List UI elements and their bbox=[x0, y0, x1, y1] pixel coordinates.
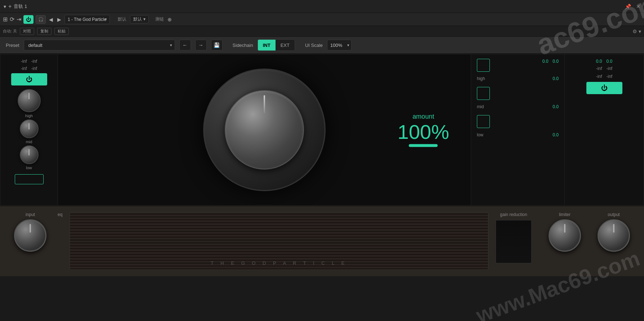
grid-icon[interactable]: ⊞ bbox=[3, 16, 8, 23]
paste-button[interactable]: 粘贴 bbox=[54, 28, 69, 35]
output-label: output bbox=[608, 212, 620, 217]
eq-top-numbers: 0.0 0.0 bbox=[542, 59, 559, 72]
low-knob[interactable] bbox=[20, 145, 39, 164]
window-title-bar: ▾ + 音轨 1 📌 ✕ bbox=[0, 0, 644, 13]
eq-high-bracket bbox=[477, 87, 490, 100]
eq-power-button[interactable]: ⏻ bbox=[11, 73, 47, 85]
preset-forward-button[interactable]: → bbox=[195, 40, 207, 50]
eq-label: eq bbox=[58, 212, 62, 217]
int-button[interactable]: INT bbox=[258, 40, 276, 50]
ui-scale-label: UI Scale bbox=[305, 43, 323, 48]
monitor-button[interactable]: 🎧 bbox=[36, 15, 46, 24]
center-main-area: amount 100% bbox=[58, 54, 471, 205]
eq-high-value: 0.0 bbox=[548, 76, 559, 81]
save-icon: 💾 bbox=[214, 42, 220, 48]
eq-low-row: low 0.0 bbox=[477, 132, 559, 137]
output-power-icon: ⏻ bbox=[601, 84, 608, 92]
input-level-left-mid: -inf bbox=[21, 66, 27, 71]
power-button[interactable]: ⏻ bbox=[23, 15, 33, 24]
limiter-knob[interactable] bbox=[549, 219, 581, 252]
eq-high-row: high 0.0 bbox=[477, 76, 559, 81]
eq-top-values: 0.0 0.0 bbox=[477, 59, 559, 72]
brand-text: T H E G O D P A R T I C L E bbox=[211, 260, 347, 266]
left-input-strip: -inf -inf -inf -inf ⏻ high mid low bbox=[0, 54, 58, 205]
preset-wrapper: default ▾ bbox=[24, 40, 175, 50]
eq-band-selector[interactable] bbox=[15, 174, 44, 184]
back-btn[interactable]: ◀ bbox=[48, 17, 54, 22]
right-eq-panel: 0.0 0.0 high 0.0 mid 0.0 low 0.0 bbox=[471, 54, 564, 205]
high-knob-label: high bbox=[25, 114, 33, 118]
add-icon[interactable]: + bbox=[8, 3, 12, 10]
ext-button[interactable]: EXT bbox=[276, 40, 295, 50]
output-level-2: 0.0 bbox=[607, 59, 613, 64]
output-meter-left: -inf bbox=[596, 66, 602, 71]
mid-knob-label: mid bbox=[26, 140, 32, 144]
auto-status-label: 自动: 关 bbox=[3, 28, 17, 34]
output-knob-section: output bbox=[592, 212, 635, 252]
output-meter-left2: -inf bbox=[596, 74, 602, 79]
gain-reduction-meter bbox=[496, 220, 532, 263]
compare-button[interactable]: 对照 bbox=[20, 28, 34, 35]
input-level-right-mid: -inf bbox=[31, 66, 37, 71]
eq-mid-label: mid bbox=[477, 104, 488, 109]
mid-knob-container: mid bbox=[20, 119, 39, 144]
eq-mid-bracket bbox=[477, 115, 490, 128]
gain-reduction-section: gain reduction bbox=[496, 212, 532, 263]
preset-back-button[interactable]: ← bbox=[179, 40, 191, 50]
input-knob-section: input bbox=[9, 212, 52, 252]
save-preset-button[interactable]: 💾 bbox=[211, 40, 223, 50]
close-icon[interactable]: ✕ bbox=[636, 4, 640, 9]
forward-btn[interactable]: ▶ bbox=[56, 17, 62, 22]
input-meter-top: -inf -inf bbox=[21, 59, 37, 64]
bottom-section: input eq T H E G O D P A R T I C L E gai… bbox=[0, 206, 644, 276]
default-dropdown[interactable]: 默认▾ bbox=[130, 15, 149, 23]
eq-bracket-top bbox=[477, 59, 490, 72]
low-knob-label: low bbox=[26, 166, 32, 170]
eq-mid-value: 0.0 bbox=[548, 104, 559, 109]
amount-bar bbox=[409, 144, 438, 147]
input-knob[interactable] bbox=[14, 219, 46, 252]
track-name-wrapper: 1 - The God Particle ▾ bbox=[64, 15, 110, 24]
pin-icon[interactable]: 📌 bbox=[625, 4, 631, 9]
back-arrow-icon: ← bbox=[183, 42, 188, 48]
output-power-button[interactable]: ⏻ bbox=[586, 82, 622, 94]
eq-mid-row: mid 0.0 bbox=[477, 104, 559, 109]
plugin-body: -inf -inf -inf -inf ⏻ high mid low amou bbox=[0, 54, 644, 206]
output-knob[interactable] bbox=[598, 219, 630, 252]
dropdown-icon[interactable]: ▾ bbox=[4, 4, 6, 9]
ui-scale-wrapper: 100% 125% 150% ▾ bbox=[327, 40, 352, 50]
speaker-grille: T H E G O D P A R T I C L E bbox=[70, 212, 488, 270]
main-amount-knob[interactable] bbox=[225, 90, 304, 170]
output-meter-row3: -inf -inf bbox=[596, 74, 612, 79]
default-label: 默认 bbox=[118, 16, 126, 22]
output-meter-row1: 0.0 0.0 bbox=[596, 59, 612, 64]
input-meter-mid: -inf -inf bbox=[21, 66, 37, 71]
power-icon: ⏻ bbox=[26, 76, 32, 83]
copy-button[interactable]: 复制 bbox=[37, 28, 52, 35]
limiter-knob-section: limiter bbox=[543, 212, 586, 252]
preset-select[interactable]: default bbox=[24, 40, 175, 50]
high-knob[interactable] bbox=[18, 89, 41, 112]
low-knob-container: low bbox=[20, 145, 39, 170]
main-knob-outer bbox=[203, 69, 326, 191]
amount-display: amount 100% bbox=[398, 113, 449, 147]
record-icon[interactable]: ⟳ bbox=[10, 16, 14, 23]
input-level-right-top: -inf bbox=[31, 59, 37, 64]
gain-reduction-label: gain reduction bbox=[500, 212, 527, 217]
sidechain-mode-group: INT EXT bbox=[258, 39, 295, 51]
limiter-label: limiter bbox=[559, 212, 571, 217]
settings-icon[interactable]: ⚙ ▾ bbox=[632, 28, 641, 34]
test-chain-icon[interactable]: ⊕ bbox=[167, 17, 172, 22]
right-output-strip: 0.0 0.0 -inf -inf -inf -inf ⏻ bbox=[564, 54, 644, 205]
mid-knob[interactable] bbox=[20, 119, 39, 138]
output-meter-row2: -inf -inf bbox=[596, 66, 612, 71]
input-label: input bbox=[26, 212, 35, 217]
amount-label: amount bbox=[398, 113, 449, 120]
track-name-select[interactable]: 1 - The God Particle bbox=[64, 15, 110, 24]
route-icon[interactable]: ⇥ bbox=[17, 16, 21, 23]
eq-low-value: 0.0 bbox=[548, 132, 559, 137]
high-knob-container: high bbox=[18, 89, 41, 118]
output-meter-right: -inf bbox=[607, 66, 613, 71]
ui-scale-select[interactable]: 100% 125% 150% bbox=[327, 40, 352, 50]
default-arrow: ▾ bbox=[143, 17, 146, 22]
